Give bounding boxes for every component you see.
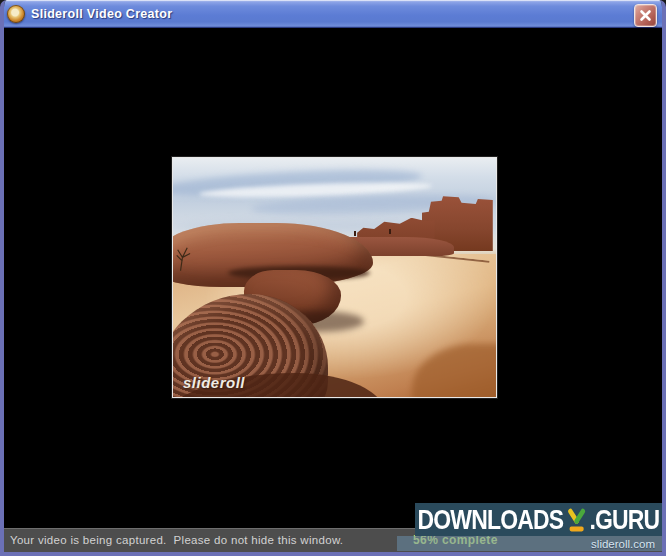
desert-bush-icon — [173, 244, 205, 273]
watermark-site-text: slideroll.com — [591, 538, 662, 550]
photo-scene: slideroll — [173, 158, 496, 397]
photo-watermark: slideroll — [183, 374, 245, 391]
app-window: slideroll Slideroll Video Creator Your v… — [0, 0, 666, 556]
brand-text-downloads: DOWNLOADS — [418, 506, 564, 534]
close-x-icon — [639, 9, 652, 22]
titlebar[interactable]: Slideroll Video Creator — [0, 0, 666, 28]
download-arrow-icon — [566, 507, 587, 533]
app-disc-icon[interactable] — [7, 5, 25, 23]
brand-text-guru: .GURU — [590, 506, 660, 534]
status-message: Your video is being captured. Please do … — [4, 534, 343, 546]
downloads-guru-watermark: DOWNLOADS .GURU — [415, 503, 662, 536]
slide-photo: slideroll — [172, 157, 497, 398]
distant-figure — [389, 229, 391, 234]
watermark-strip: slideroll.com — [397, 536, 662, 551]
video-capture-area: slideroll — [4, 28, 662, 528]
close-button[interactable] — [634, 4, 657, 27]
window-title: Slideroll Video Creator — [31, 7, 172, 21]
distant-figure — [354, 231, 356, 236]
downloads-guru-logo: DOWNLOADS .GURU — [418, 506, 660, 534]
